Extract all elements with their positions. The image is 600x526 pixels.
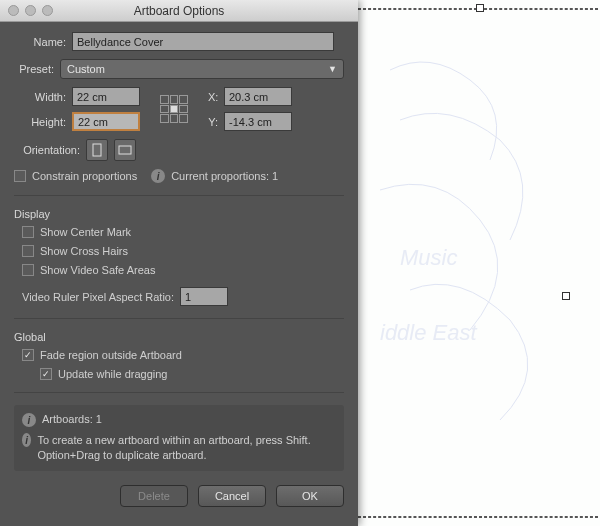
x-input[interactable] [224,87,292,106]
name-input[interactable] [72,32,334,51]
dialog-title: Artboard Options [134,4,225,18]
svg-text:Music: Music [400,245,457,270]
sketch-artwork: Music iddle East [370,40,600,490]
delete-button: Delete [120,485,188,507]
reference-point-grid[interactable] [160,95,188,123]
window-minimize-icon [25,5,36,16]
update-label: Update while dragging [58,368,167,380]
show-video-label: Show Video Safe Areas [40,264,155,276]
fade-checkbox[interactable]: ✓ [22,349,34,361]
preset-select[interactable]: Custom ▼ [60,59,344,79]
constrain-label: Constrain proportions [32,170,137,182]
ok-button[interactable]: OK [276,485,344,507]
ratio-input[interactable] [180,287,228,306]
width-label: Width: [14,91,66,103]
preset-value: Custom [67,63,105,75]
orientation-landscape-button[interactable] [114,139,136,161]
fade-label: Fade region outside Artboard [40,349,182,361]
x-label: X: [208,91,218,103]
name-label: Name: [14,36,66,48]
info-icon: i [151,169,165,183]
constrain-checkbox[interactable] [14,170,26,182]
height-label: Height: [14,116,66,128]
current-proportions-label: Current proportions: 1 [171,170,278,182]
global-section-title: Global [14,331,344,343]
artboards-count-label: Artboards: 1 [42,413,102,425]
width-input[interactable] [72,87,140,106]
svg-rect-2 [93,144,101,156]
artboard-handle-top[interactable] [476,4,484,12]
show-cross-checkbox[interactable] [22,245,34,257]
height-input[interactable] [72,112,140,131]
window-zoom-icon [42,5,53,16]
ratio-label: Video Ruler Pixel Aspect Ratio: [22,291,174,303]
show-video-checkbox[interactable] [22,264,34,276]
show-cross-label: Show Cross Hairs [40,245,128,257]
info-icon: i [22,433,31,447]
artboard-border-bottom [358,516,598,518]
preset-label: Preset: [14,63,54,75]
y-label: Y: [208,116,218,128]
svg-text:iddle East: iddle East [380,320,478,345]
orientation-portrait-button[interactable] [86,139,108,161]
update-checkbox[interactable]: ✓ [40,368,52,380]
svg-rect-3 [119,146,131,154]
show-center-label: Show Center Mark [40,226,131,238]
artboard-options-dialog: Artboard Options Name: Preset: Custom ▼ … [0,0,358,526]
dialog-titlebar[interactable]: Artboard Options [0,0,358,22]
chevron-down-icon: ▼ [328,64,337,74]
hint-text: To create a new artboard within an artbo… [37,433,336,463]
orientation-label: Orientation: [14,144,80,156]
window-close-icon[interactable] [8,5,19,16]
y-input[interactable] [224,112,292,131]
info-icon: i [22,413,36,427]
display-section-title: Display [14,208,344,220]
cancel-button[interactable]: Cancel [198,485,266,507]
show-center-checkbox[interactable] [22,226,34,238]
